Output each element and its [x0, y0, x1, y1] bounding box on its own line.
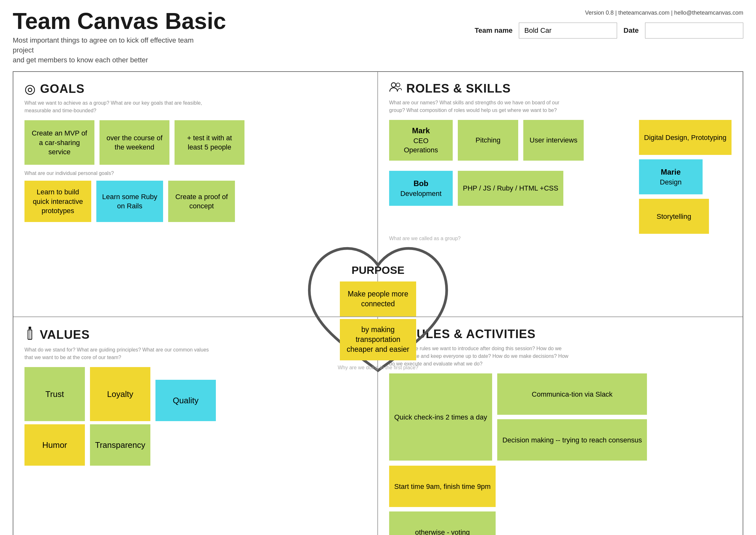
skill-digital-design: Digital Design, Prototyping	[639, 120, 732, 155]
goals-personal-label: What are our individual personal goals?	[24, 171, 366, 176]
date-input[interactable]	[645, 23, 743, 39]
roles-icon	[389, 81, 402, 96]
person-bob: BobDevelopment	[389, 171, 453, 206]
team-name-label: Team name	[475, 26, 512, 35]
personal-goal-1: Learn some Ruby on Rails	[96, 181, 163, 222]
goal-note-2: + test it with at least 5 people	[175, 120, 244, 165]
purpose-why-label: Why are we doing in the first place?	[338, 364, 418, 370]
value-humor: Humor	[24, 424, 85, 466]
rules-title: RULES & ACTIVITIES	[408, 327, 536, 341]
value-quality: Quality	[155, 380, 216, 421]
header-right: Version 0.8 | theteamcanvas.com | hello@…	[475, 10, 743, 39]
team-name-input[interactable]	[519, 23, 617, 39]
rule-slack: Communica-tion via Slack	[497, 374, 647, 415]
rule-voting: otherwise - voting	[389, 512, 496, 535]
skill-interviews: User interviews	[523, 120, 584, 161]
personal-goal-0: Learn to build quick interactive prototy…	[24, 181, 91, 222]
section-goals: ◎ GOALS What we want to achieve as a gro…	[14, 72, 378, 317]
skill-pitching: Pitching	[458, 120, 518, 161]
goals-personal-notes: Learn to build quick interactive prototy…	[24, 181, 366, 222]
person-marie: MarieDesign	[639, 159, 703, 194]
date-label: Date	[623, 26, 639, 35]
header: Team Canvas Basic Most important things …	[13, 10, 743, 65]
section-values: VALUES What do we stand for? What are gu…	[14, 317, 378, 535]
page: Team Canvas Basic Most important things …	[0, 0, 756, 535]
rules-title-row: RULES & ACTIVITIES	[389, 327, 732, 342]
roles-right-col: Digital Design, Prototyping MarieDesign …	[639, 120, 732, 234]
values-icon	[24, 327, 35, 343]
goals-group-notes: Create an MVP of a car-sharing service o…	[24, 120, 366, 165]
purpose-note-2: by making transportation cheaper and eas…	[340, 319, 416, 360]
values-title-row: VALUES	[24, 327, 366, 343]
purpose-title: PURPOSE	[352, 264, 404, 276]
skill-storytelling: Storytelling	[639, 199, 709, 234]
rules-center-col: Communica-tion via Slack Decision making…	[497, 374, 647, 461]
values-title: VALUES	[40, 328, 90, 342]
goal-note-0: Create an MVP of a car-sharing service	[24, 120, 94, 165]
section-roles: ROLES & SKILLS What are our names? What …	[378, 72, 742, 317]
rules-notes: Quick check-ins 2 times a day Communica-…	[389, 374, 732, 535]
values-notes-2: Humor Transparency	[24, 424, 366, 466]
section-rules: RULES & ACTIVITIES What are the rules we…	[378, 317, 742, 535]
roles-title: ROLES & SKILLS	[406, 82, 511, 96]
person-mark: MarkCEO Operations	[389, 120, 453, 161]
page-title: Team Canvas Basic	[13, 10, 226, 32]
roles-people-row-2: BobDevelopment PHP / JS / Ruby / HTML +C…	[389, 171, 633, 206]
goals-title: GOALS	[40, 82, 85, 96]
version-info: Version 0.8 | theteamcanvas.com | hello@…	[475, 10, 743, 16]
value-transparency: Transparency	[90, 424, 150, 466]
goal-note-1: over the course of the weekend	[99, 120, 170, 165]
purpose-note-1: Make people more connected	[340, 281, 416, 317]
roles-title-row: ROLES & SKILLS	[389, 81, 732, 96]
rule-decision: Decision making -- trying to reach conse…	[497, 419, 647, 461]
personal-goal-2: Create a proof of concept	[168, 181, 235, 222]
svg-point-1	[396, 83, 400, 87]
rule-start-time: Start time 9am, finish time 9pm	[389, 466, 496, 507]
skill-php: PHP / JS / Ruby / HTML +CSS	[458, 171, 563, 206]
roles-people-col: MarkCEO Operations Pitching User intervi…	[389, 120, 633, 234]
goals-desc: What we want to achieve as a group? What…	[24, 99, 209, 115]
roles-layout: MarkCEO Operations Pitching User intervi…	[389, 120, 732, 234]
team-date-row: Team name Date	[475, 23, 743, 39]
purpose-section: PURPOSE Make people more connected by ma…	[334, 264, 422, 370]
rules-right-col: Start time 9am, finish time 9pm otherwis…	[389, 466, 496, 535]
svg-point-0	[392, 83, 396, 87]
header-left: Team Canvas Basic Most important things …	[13, 10, 226, 65]
roles-people-row-1: MarkCEO Operations Pitching User intervi…	[389, 120, 633, 161]
roles-desc: What are our names? What skills and stre…	[389, 99, 574, 114]
value-trust: Trust	[24, 367, 85, 421]
svg-rect-2	[29, 327, 31, 329]
goals-title-row: ◎ GOALS	[24, 81, 366, 96]
canvas-wrapper: PURPOSE Make people more connected by ma…	[13, 71, 743, 535]
page-subtitle: Most important things to agree on to kic…	[13, 36, 203, 65]
value-loyalty: Loyalty	[90, 367, 150, 421]
rule-checkins: Quick check-ins 2 times a day	[389, 374, 492, 461]
values-desc: What do we stand for? What are guiding p…	[24, 346, 209, 361]
group-name-label: What are we called as a group?	[389, 236, 732, 241]
values-notes: Trust Loyalty Quality	[24, 367, 366, 421]
goals-icon: ◎	[24, 81, 36, 96]
